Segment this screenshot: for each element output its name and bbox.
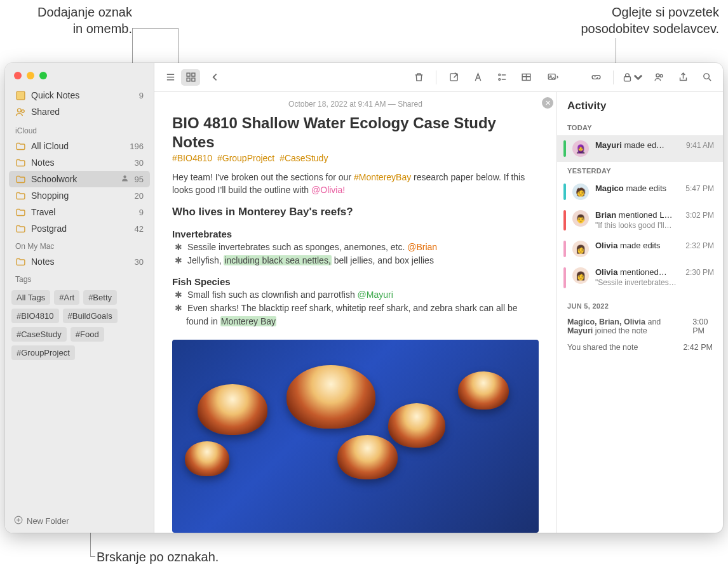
sidebar-item-count: 42 bbox=[135, 224, 144, 234]
activity-color-bar bbox=[563, 241, 566, 257]
format-button[interactable] bbox=[468, 69, 487, 86]
sidebar-item-folder[interactable]: Shopping20 bbox=[5, 187, 154, 204]
tag-chip[interactable]: #BuildGoals bbox=[63, 309, 118, 323]
sidebar-item-label: Schoolwork bbox=[31, 174, 116, 184]
activity-color-bar bbox=[563, 210, 566, 230]
activity-time: 9:41 AM bbox=[686, 140, 714, 150]
callout-line bbox=[90, 556, 95, 557]
activity-plain-row: Magico, Brian, Olivia and Mayuri joined … bbox=[557, 314, 723, 339]
tag[interactable]: #BIO4810 bbox=[172, 153, 212, 163]
tag-chip[interactable]: #GroupProject bbox=[11, 345, 75, 360]
tag-chip[interactable]: #Food bbox=[71, 327, 104, 342]
activity-row[interactable]: 👩 Olivia made edits 2:32 PM bbox=[557, 236, 723, 262]
avatar: 👨 bbox=[572, 210, 589, 227]
close-activity-button[interactable]: ✕ bbox=[542, 97, 553, 109]
search-button[interactable] bbox=[698, 69, 717, 86]
list-item: Jellyfish, including black sea nettles, … bbox=[186, 254, 539, 267]
activity-subtext: "If this looks good I'll… bbox=[595, 221, 679, 231]
table-button[interactable] bbox=[516, 69, 536, 86]
quick-notes-icon bbox=[15, 91, 26, 100]
mention[interactable]: @Mayuri bbox=[358, 290, 393, 300]
svg-point-18 bbox=[703, 74, 709, 79]
sidebar-tags: All Tags#Art#Betty#BIO4810#BuildGoals#Ca… bbox=[5, 286, 154, 364]
sidebar-item-folder[interactable]: Notes30 bbox=[5, 253, 154, 270]
folder-icon bbox=[15, 175, 26, 184]
sidebar-item-folder[interactable]: All iCloud196 bbox=[5, 138, 154, 154]
callout-activity: Oglejte si povzetek posodobitev sodelavc… bbox=[465, 4, 719, 37]
media-button[interactable] bbox=[541, 69, 565, 86]
sidebar-item-folder[interactable]: Schoolwork95 bbox=[9, 171, 150, 187]
activity-row[interactable]: 👨 Brian mentioned L… "If this looks good… bbox=[557, 205, 723, 236]
activity-row[interactable]: 🧑 Magico made edits 5:47 PM bbox=[557, 178, 723, 205]
activity-row[interactable]: 👩 Olivia mentioned… "Sessile invertebrat… bbox=[557, 262, 723, 293]
sidebar-item-quick-notes[interactable]: Quick Notes 9 bbox=[5, 87, 154, 103]
new-folder-label: New Folder bbox=[27, 516, 69, 526]
sidebar-section-header: On My Mac bbox=[5, 237, 154, 253]
activity-color-bar bbox=[563, 184, 566, 200]
tag-chip[interactable]: #CaseStudy bbox=[11, 327, 67, 342]
new-note-button[interactable] bbox=[444, 69, 463, 86]
lock-button[interactable] bbox=[621, 69, 644, 86]
sidebar-item-label: Notes bbox=[31, 157, 130, 168]
tag-chip[interactable]: All Tags bbox=[11, 290, 50, 305]
activity-title: Activity bbox=[557, 92, 723, 119]
close-window[interactable] bbox=[14, 72, 22, 79]
tag[interactable]: #CaseStudy bbox=[280, 153, 328, 163]
new-folder-button[interactable]: New Folder bbox=[5, 509, 154, 533]
checklist-button[interactable] bbox=[492, 69, 511, 86]
sidebar-item-folder[interactable]: Notes30 bbox=[5, 154, 154, 171]
sidebar-section-header: Tags bbox=[5, 270, 154, 286]
hashtag[interactable]: #MontereyBay bbox=[354, 172, 411, 182]
sidebar-item-count: 9 bbox=[139, 91, 144, 100]
activity-color-bar bbox=[563, 267, 566, 288]
activity-time: 2:32 PM bbox=[685, 241, 714, 250]
sidebar-item-count: 30 bbox=[135, 257, 144, 267]
list-item: Even sharks! The blacktip reef shark, wh… bbox=[186, 302, 539, 328]
tag-chip[interactable]: #Betty bbox=[83, 290, 117, 305]
callout-text: Oglejte si povzetek posodobitev sodelavc… bbox=[581, 5, 719, 36]
svg-rect-0 bbox=[17, 91, 25, 100]
svg-point-3 bbox=[123, 175, 126, 178]
list-item: Small fish such as clownfish and parrotf… bbox=[186, 288, 539, 302]
mention[interactable]: @Brian bbox=[407, 242, 437, 252]
link-button[interactable] bbox=[586, 69, 605, 86]
sidebar-item-count: 9 bbox=[139, 208, 144, 217]
folder-icon bbox=[15, 158, 26, 167]
note-title: BIO 4810 Shallow Water Ecology Case Stud… bbox=[172, 114, 539, 152]
highlight: Monterey Bay bbox=[220, 316, 276, 326]
sidebar-onmymac-list: Notes30 bbox=[5, 253, 154, 270]
sidebar-item-folder[interactable]: Travel9 bbox=[5, 204, 154, 220]
svg-point-1 bbox=[18, 108, 22, 112]
sidebar-item-shared[interactable]: Shared bbox=[5, 103, 154, 120]
list-view-button[interactable] bbox=[161, 69, 180, 86]
sidebar-item-count: 30 bbox=[135, 158, 144, 168]
fullscreen-window[interactable] bbox=[39, 72, 47, 79]
svg-point-10 bbox=[498, 74, 500, 76]
activity-section-header: YESTERDAY bbox=[557, 162, 723, 178]
svg-rect-5 bbox=[187, 73, 190, 76]
note-attached-image[interactable] bbox=[172, 340, 539, 533]
gallery-view-button[interactable] bbox=[181, 69, 200, 86]
activity-time: 3:00 PM bbox=[692, 317, 713, 335]
delete-button[interactable] bbox=[409, 69, 428, 86]
sidebar-item-label: Quick Notes bbox=[31, 90, 134, 100]
callout-line bbox=[132, 28, 178, 29]
share-button[interactable] bbox=[673, 69, 692, 86]
activity-section-header: TODAY bbox=[557, 119, 723, 135]
callout-line bbox=[616, 38, 616, 63]
tag-chip[interactable]: #Art bbox=[54, 290, 79, 305]
note-intro: Hey team! I've broken out the sections f… bbox=[172, 171, 539, 197]
sidebar-item-folder[interactable]: Postgrad42 bbox=[5, 220, 154, 237]
avatar: 👩 bbox=[572, 267, 589, 284]
mention[interactable]: @Olivia! bbox=[311, 185, 345, 195]
back-button[interactable] bbox=[205, 69, 224, 86]
tag[interactable]: #GroupProject bbox=[217, 153, 274, 163]
activity-section-header: JUN 5, 2022 bbox=[557, 297, 723, 314]
minimize-window[interactable] bbox=[27, 72, 34, 79]
tag-chip[interactable]: #BIO4810 bbox=[11, 309, 59, 323]
toolbar bbox=[154, 63, 723, 92]
collaborate-button[interactable] bbox=[649, 69, 668, 86]
activity-row[interactable]: 🧕 Mayuri made ed… 9:41 AM bbox=[557, 135, 723, 162]
shared-icon bbox=[15, 107, 26, 116]
avatar: 🧑 bbox=[572, 184, 589, 200]
